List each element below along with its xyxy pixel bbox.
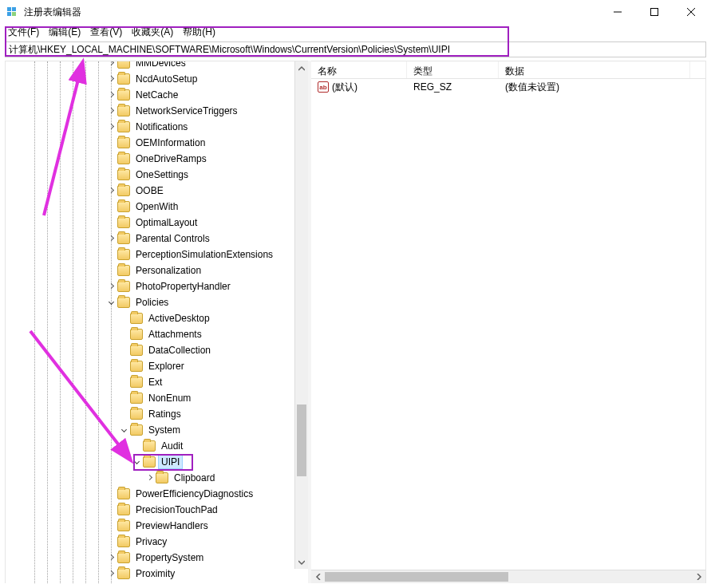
chevron-right-icon[interactable] [105,73,117,85]
close-button[interactable] [673,0,709,24]
menu-help[interactable]: 帮助(H) [178,26,220,39]
tree-item[interactable]: PropertySystem [6,550,308,566]
tree-leaf-spacer [117,392,130,404]
tree-item[interactable]: OpenWith [6,199,308,215]
tree-leaf-spacer [105,200,117,213]
tree-item[interactable]: System [6,422,308,438]
chevron-down-icon[interactable] [105,296,117,309]
tree-leaf-spacer [130,440,143,452]
chevron-right-icon[interactable] [105,232,117,245]
tree-item[interactable]: Personalization [6,262,308,278]
chevron-right-icon[interactable] [105,105,117,117]
tree-item[interactable]: Explorer [6,358,308,374]
scroll-left-button[interactable] [311,570,325,584]
tree-item-label: OpenWith [133,200,180,213]
tree-item[interactable]: NetworkServiceTriggers [6,103,308,119]
chevron-right-icon[interactable] [105,551,117,564]
tree-item[interactable]: ActiveDesktop [6,310,308,326]
chevron-right-icon[interactable] [143,472,156,484]
tree-item[interactable]: Audit [6,438,308,454]
hscroll-thumb[interactable] [325,572,508,582]
tree-item[interactable]: NonEnum [6,390,308,406]
tree-item[interactable]: Clipboard [6,470,308,486]
tree-item[interactable]: Policies [6,294,308,310]
minimize-button[interactable] [599,0,636,24]
tree-item[interactable]: OneSettings [6,167,308,183]
column-data[interactable]: 数据 [499,61,690,78]
maximize-button[interactable] [636,0,673,24]
tree-item[interactable]: Proximity [6,566,308,582]
chevron-right-icon[interactable] [105,89,117,101]
tree-item[interactable]: PrecisionTouchPad [6,502,308,518]
tree-item[interactable]: UIPI [6,454,308,470]
svg-rect-2 [7,12,11,16]
chevron-right-icon[interactable] [105,567,117,580]
tree-item-label: NcdAutoSetup [133,73,199,85]
tree-item-label: ActiveDesktop [146,312,212,325]
tree-item[interactable]: PowerEfficiencyDiagnostics [6,486,308,502]
tree-item[interactable]: Attachments [6,326,308,342]
folder-icon [117,169,130,180]
tree-item[interactable]: Parental Controls [6,231,308,247]
tree-leaf-spacer [117,312,130,325]
tree-item-label: NetworkServiceTriggers [133,105,240,117]
tree-item[interactable]: OneDriveRamps [6,151,308,167]
menu-edit[interactable]: 编辑(E) [44,26,85,39]
list-row[interactable]: ab(默认)REG_SZ(数值未设置) [311,79,705,95]
tree-item-label: NetCache [133,89,180,101]
cell-name: ab(默认) [311,81,407,94]
cell-data: (数值未设置) [499,81,690,94]
column-type[interactable]: 类型 [407,61,499,78]
folder-icon [117,281,130,292]
folder-icon [130,329,143,340]
tree-vertical-scrollbar[interactable] [294,61,308,569]
scroll-thumb[interactable] [297,404,306,476]
chevron-down-icon[interactable] [130,456,143,468]
tree-item[interactable]: NcdAutoSetup [6,71,308,87]
tree-pane[interactable]: MMDevicesNcdAutoSetupNetCacheNetworkServ… [5,61,308,583]
folder-icon [143,440,156,452]
chevron-right-icon[interactable] [105,120,117,133]
tree-item[interactable]: PhotoPropertyHandler [6,278,308,294]
tree-item[interactable]: Ext [6,374,308,390]
chevron-right-icon[interactable] [105,61,117,69]
list-header: 名称 类型 数据 [311,61,705,79]
scroll-up-button[interactable] [295,61,308,75]
folder-icon [117,89,130,101]
tree-item-label: Parental Controls [133,232,212,245]
tree-leaf-spacer [105,152,117,165]
tree-item[interactable]: Notifications [6,119,308,135]
tree-item[interactable]: Privacy [6,534,308,550]
list-horizontal-scrollbar[interactable] [311,570,705,583]
chevron-down-icon[interactable] [117,424,130,436]
folder-icon [117,137,130,148]
address-bar[interactable]: 计算机\HKEY_LOCAL_MACHINE\SOFTWARE\Microsof… [5,41,706,57]
menu-view[interactable]: 查看(V) [85,26,127,39]
tree-item[interactable]: OptimalLayout [6,215,308,231]
tree-item[interactable]: DataCollection [6,342,308,358]
folder-icon [130,393,143,404]
tree-item-label: Privacy [133,535,169,548]
scroll-down-button[interactable] [295,555,308,569]
menu-file[interactable]: 文件(F) [3,26,44,39]
chevron-right-icon[interactable] [105,184,117,197]
tree-item[interactable]: MMDevices [6,61,308,71]
chevron-right-icon[interactable] [105,280,117,293]
tree-item-label: Explorer [146,360,187,373]
tree-item-label: Audit [159,440,185,452]
tree-item[interactable]: PreviewHandlers [6,518,308,534]
title-bar: 注册表编辑器 [0,0,711,24]
folder-icon [117,201,130,212]
tree-item[interactable]: OEMInformation [6,135,308,151]
menu-favorites[interactable]: 收藏夹(A) [127,26,178,39]
list-pane[interactable]: 名称 类型 数据 ab(默认)REG_SZ(数值未设置) [311,61,706,583]
tree-item[interactable]: NetCache [6,87,308,103]
tree-item-label: UIPI [159,456,182,468]
tree-item[interactable]: OOBE [6,183,308,199]
folder-icon [117,153,130,164]
scroll-right-button[interactable] [692,570,705,584]
tree-item[interactable]: Ratings [6,406,308,422]
column-name[interactable]: 名称 [311,61,407,78]
tree-item[interactable]: PerceptionSimulationExtensions [6,247,308,262]
tree-item-label: MMDevices [133,61,188,69]
